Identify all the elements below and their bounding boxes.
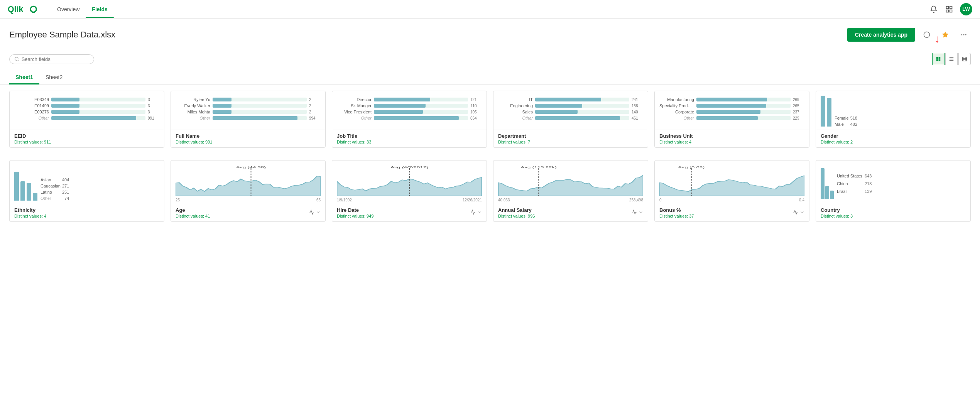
cards-row2: Asian404Caucasian271Latino251Other74Ethn… (0, 154, 980, 228)
svg-rect-16 (936, 59, 938, 61)
svg-rect-21 (963, 57, 967, 61)
chart-icon[interactable] (632, 209, 637, 216)
chevron-down-icon[interactable] (477, 210, 482, 216)
svg-point-10 (963, 34, 965, 35)
field-name: Full Name (176, 133, 321, 139)
chart-icon[interactable] (470, 209, 476, 216)
circle-icon-btn[interactable] (920, 28, 934, 42)
svg-rect-14 (936, 57, 938, 59)
field-card[interactable]: Director121Sr. Manger110Vice President10… (332, 91, 487, 148)
avatar[interactable]: LW (960, 3, 972, 15)
svg-text:Qlik: Qlik (8, 4, 23, 14)
field-card[interactable]: United States643China218Brazil139Country… (816, 160, 971, 222)
distinct-values: Distinct values: 7 (498, 140, 643, 144)
field-card[interactable]: IT241Engineering158Sales140Other461Depar… (493, 91, 648, 148)
field-name: Hire Date (337, 207, 373, 213)
field-name: Department (498, 133, 643, 139)
svg-rect-15 (939, 57, 941, 59)
tab-sheet2[interactable]: Sheet2 (39, 70, 69, 84)
page-title: Employee Sample Data.xlsx (9, 30, 847, 40)
table-view-btn[interactable] (958, 53, 971, 65)
toolbar: ↓ (0, 48, 980, 70)
view-toggle: ↓ (931, 53, 971, 65)
svg-point-11 (965, 34, 966, 35)
field-name: Job Title (337, 133, 482, 139)
distinct-values: Distinct values: 4 (659, 140, 804, 144)
distinct-values: Distinct values: 4 (14, 214, 159, 218)
field-name: EEID (14, 133, 159, 139)
page-header: Employee Sample Data.xlsx Create analyti… (0, 19, 980, 48)
field-card[interactable]: Rylee Yu2Everly Walker2Miles Mehta2Other… (171, 91, 326, 148)
distinct-values: Distinct values: 2 (821, 140, 966, 144)
field-card[interactable]: Avg (113.22k)40,063258,498Annual Salary … (493, 160, 648, 222)
field-card[interactable]: Avg (44.38)2565Age Distinct values: 41 (171, 160, 326, 222)
top-nav: Qlik Overview Fields LW (0, 0, 980, 19)
field-name: Ethnicity (14, 207, 159, 213)
create-analytics-btn[interactable]: Create analytics app (847, 28, 915, 42)
more-options-btn[interactable] (957, 28, 971, 42)
nav-links: Overview Fields (51, 0, 114, 18)
tabs: Sheet1 Sheet2 (0, 70, 980, 84)
field-card[interactable]: E033493E014993E002763Other991EEID Distin… (9, 91, 164, 148)
field-name: Business Unit (659, 133, 804, 139)
distinct-values: Distinct values: 996 (498, 214, 535, 218)
svg-text:Avg (0.09): Avg (0.09) (678, 166, 705, 169)
field-name: Gender (821, 133, 966, 139)
header-actions: Create analytics app (847, 28, 971, 42)
grid-view-btn[interactable] (932, 53, 945, 65)
distinct-values: Distinct values: 41 (176, 214, 210, 218)
field-name: Bonus % (659, 207, 694, 213)
distinct-values: Distinct values: 911 (14, 140, 159, 144)
chevron-down-icon[interactable] (800, 210, 804, 216)
svg-text:Avg (44.38): Avg (44.38) (236, 166, 266, 169)
chevron-down-icon[interactable] (639, 210, 643, 216)
field-name: Age (176, 207, 210, 213)
distinct-values: Distinct values: 37 (659, 214, 694, 218)
nav-overview[interactable]: Overview (51, 0, 86, 18)
field-card[interactable]: Female518Male482Gender Distinct values: … (816, 91, 971, 148)
list-view-btn[interactable] (945, 53, 958, 65)
svg-marker-8 (943, 32, 948, 37)
star-icon-btn[interactable] (938, 28, 952, 42)
bell-icon[interactable] (929, 5, 938, 14)
svg-rect-6 (950, 10, 952, 12)
chevron-down-icon[interactable] (316, 210, 321, 216)
svg-point-9 (961, 34, 962, 35)
svg-text:Avg (4/7/2012): Avg (4/7/2012) (390, 166, 428, 169)
svg-rect-3 (946, 6, 949, 8)
chart-icon[interactable] (793, 209, 798, 216)
search-box[interactable] (9, 54, 94, 64)
cards-row1: E033493E014993E002763Other991EEID Distin… (0, 84, 980, 154)
field-card[interactable]: Asian404Caucasian271Latino251Other74Ethn… (9, 160, 164, 222)
logo[interactable]: Qlik (8, 4, 39, 15)
chart-icon[interactable] (309, 209, 314, 216)
field-name: Country (821, 207, 966, 213)
field-name: Annual Salary (498, 207, 535, 213)
field-card[interactable]: Avg (4/7/2012)1/9/199212/26/2021Hire Dat… (332, 160, 487, 222)
distinct-values: Distinct values: 991 (176, 140, 321, 144)
distinct-values: Distinct values: 949 (337, 214, 373, 218)
distinct-values: Distinct values: 33 (337, 140, 482, 144)
search-input[interactable] (22, 56, 89, 62)
tab-sheet1[interactable]: Sheet1 (9, 70, 39, 84)
search-icon (14, 56, 19, 62)
svg-line-13 (18, 60, 19, 61)
svg-rect-5 (946, 10, 949, 12)
svg-text:Avg (113.22k): Avg (113.22k) (521, 166, 557, 169)
nav-right: LW (929, 3, 972, 15)
nav-fields[interactable]: Fields (86, 0, 113, 18)
svg-rect-17 (939, 59, 941, 61)
svg-point-7 (924, 32, 930, 38)
distinct-values: Distinct values: 3 (821, 214, 966, 218)
svg-point-12 (15, 57, 18, 60)
grid-icon[interactable] (945, 5, 954, 14)
svg-point-2 (31, 7, 36, 12)
field-card[interactable]: Manufacturing269Speciality Products265Co… (654, 91, 809, 148)
svg-rect-4 (950, 6, 952, 8)
field-card[interactable]: Avg (0.09)00.4Bonus % Distinct values: 3… (654, 160, 809, 222)
